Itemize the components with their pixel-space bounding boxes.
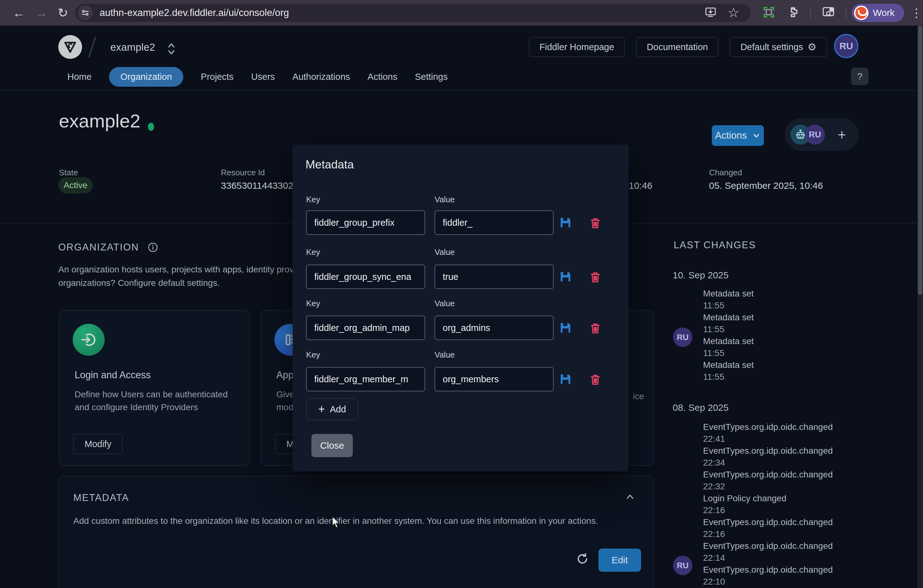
- fiddler-logo[interactable]: [58, 35, 82, 59]
- login-icon: [73, 324, 105, 356]
- close-button[interactable]: Close: [311, 434, 353, 457]
- managers-avatar-group[interactable]: RU +: [785, 118, 859, 151]
- change-entry[interactable]: EventTypes.org.idp.oidc.changed 22:16: [703, 517, 833, 539]
- card-title: Login and Access: [75, 369, 151, 381]
- change-entry[interactable]: EventTypes.org.idp.oidc.changed 22:14: [703, 541, 833, 563]
- nav-bar: Home Organization Projects Users Authori…: [0, 62, 923, 91]
- resource-id-label: Resource Id: [221, 168, 265, 177]
- save-icon[interactable]: [558, 270, 573, 284]
- metadata-value-input[interactable]: [435, 265, 553, 289]
- site-info-icon[interactable]: [78, 5, 93, 20]
- help-button[interactable]: ?: [851, 68, 869, 85]
- org-switcher-chevrons-icon[interactable]: [166, 42, 177, 57]
- tab-home[interactable]: Home: [67, 72, 92, 82]
- change-entry[interactable]: Login Policy changed 22:16: [703, 493, 787, 515]
- extensions-icon[interactable]: [787, 6, 800, 20]
- add-manager-button[interactable]: +: [832, 124, 852, 145]
- plus-icon: +: [318, 403, 325, 416]
- card-description: Define how Users can be authenticated an…: [75, 388, 238, 414]
- profile-label: Work: [873, 8, 895, 18]
- side-panel-search-icon[interactable]: [821, 5, 835, 20]
- change-entry[interactable]: EventTypes.org.idp.oidc.changed 22:34: [703, 446, 833, 468]
- browser-menu-icon[interactable]: ⋮: [910, 0, 922, 26]
- metadata-value-input[interactable]: [435, 316, 553, 340]
- change-avatar: RU: [673, 328, 692, 347]
- breadcrumb-separator: [88, 37, 96, 58]
- edit-button[interactable]: Edit: [598, 549, 641, 572]
- change-entry[interactable]: EventTypes.org.idp.oidc.changed 22:32: [703, 470, 833, 491]
- metadata-key-input[interactable]: [306, 210, 425, 235]
- delete-icon[interactable]: [588, 372, 603, 387]
- tab-actions[interactable]: Actions: [368, 72, 397, 82]
- reload-icon[interactable]: ↻: [57, 0, 68, 26]
- change-entry[interactable]: Metadata set 11:55: [703, 313, 754, 334]
- mouse-cursor: [331, 516, 342, 530]
- resource-id-value: 33653011443302: [221, 180, 293, 191]
- state-badge: Active: [58, 177, 93, 193]
- delete-icon[interactable]: [588, 270, 603, 284]
- metadata-value-input[interactable]: [435, 367, 553, 391]
- key-label: Key: [306, 247, 320, 257]
- chevron-down-icon: [752, 131, 761, 140]
- metadata-key-input[interactable]: [306, 316, 425, 340]
- page-title: example2: [59, 110, 140, 132]
- metadata-value-input[interactable]: [435, 210, 553, 235]
- key-label: Key: [306, 299, 320, 308]
- metadata-heading: METADATA: [73, 492, 129, 503]
- tab-settings[interactable]: Settings: [415, 72, 448, 82]
- status-dot: [148, 123, 154, 131]
- tab-authorizations[interactable]: Authorizations: [292, 72, 350, 82]
- delete-icon[interactable]: [588, 216, 603, 230]
- browser-profile-button[interactable]: Work: [852, 4, 904, 22]
- save-icon[interactable]: [558, 321, 573, 335]
- bookmark-star-icon[interactable]: ☆: [728, 4, 739, 22]
- organization-section-heading: ORGANIZATION: [58, 242, 159, 253]
- change-entry[interactable]: EventTypes.org.idp.oidc.changed 22:10: [703, 565, 833, 587]
- change-entry[interactable]: Metadata set 11:55: [703, 289, 754, 311]
- documentation-button[interactable]: Documentation: [636, 37, 718, 57]
- value-label: Value: [435, 195, 455, 205]
- tab-users[interactable]: Users: [251, 72, 275, 82]
- actions-button[interactable]: Actions: [712, 125, 764, 146]
- org-switcher[interactable]: example2: [110, 41, 155, 53]
- install-icon[interactable]: [704, 6, 717, 20]
- user-avatar[interactable]: RU: [834, 34, 859, 58]
- info-icon[interactable]: [147, 242, 159, 253]
- value-label: Value: [435, 299, 455, 308]
- change-avatar: RU: [673, 556, 692, 575]
- collapse-chevron-icon[interactable]: [625, 491, 636, 503]
- value-label: Value: [435, 350, 455, 360]
- metadata-key-input[interactable]: [306, 265, 425, 289]
- change-group-date: 10. Sep 2025: [673, 270, 729, 280]
- back-icon[interactable]: ←: [13, 0, 25, 26]
- screenshot-icon[interactable]: [762, 5, 776, 20]
- change-entry[interactable]: Metadata set 11:55: [703, 336, 754, 358]
- scrollbar[interactable]: [917, 26, 923, 588]
- last-changes-heading: LAST CHANGES: [673, 239, 756, 251]
- change-entry[interactable]: Metadata set 11:55: [703, 360, 754, 382]
- organization-description-line1: An organization hosts users, projects wi…: [58, 265, 296, 275]
- forward-icon[interactable]: →: [35, 0, 48, 26]
- change-entry[interactable]: EventTypes.org.idp.oidc.changed 22:41: [703, 422, 833, 444]
- save-icon[interactable]: [558, 215, 573, 230]
- url-bar[interactable]: authn-example2.dev.fiddler.ai/ui/console…: [75, 4, 751, 22]
- tab-organization[interactable]: Organization: [109, 67, 183, 87]
- url-text[interactable]: authn-example2.dev.fiddler.ai/ui/console…: [100, 7, 289, 18]
- created-time-fragment: 10:46: [629, 180, 652, 191]
- save-icon[interactable]: [558, 372, 573, 387]
- tab-projects[interactable]: Projects: [201, 72, 234, 82]
- group-user-avatar[interactable]: RU: [805, 124, 825, 145]
- modify-button[interactable]: Modify: [73, 434, 123, 454]
- changed-label: Changed: [709, 168, 742, 177]
- hidden-card-text-fragment: ice: [633, 391, 644, 401]
- screen: ← → ↻ authn-example2.dev.fiddler.ai/ui/c…: [0, 0, 923, 588]
- delete-icon[interactable]: [588, 321, 603, 335]
- key-label: Key: [306, 195, 320, 205]
- metadata-key-input[interactable]: [306, 367, 425, 391]
- refresh-icon[interactable]: [576, 552, 589, 567]
- scrollbar-thumb[interactable]: [918, 26, 922, 295]
- modal-title: Metadata: [305, 158, 354, 171]
- fiddler-homepage-button[interactable]: Fiddler Homepage: [529, 37, 625, 57]
- default-settings-button[interactable]: Default settings ⚙: [730, 37, 827, 57]
- add-metadata-button[interactable]: + Add: [306, 398, 358, 420]
